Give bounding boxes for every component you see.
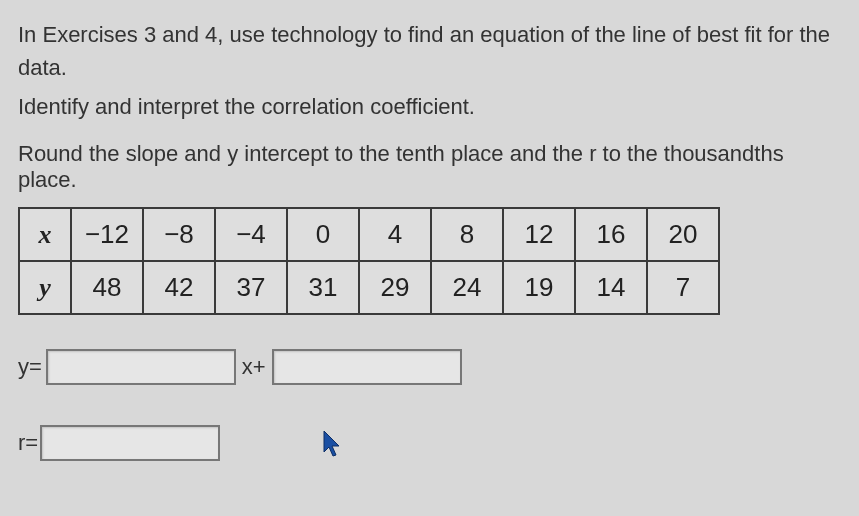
table-row-x: x −12 −8 −4 0 4 8 12 16 20 [19, 208, 719, 261]
y-equals-label: y= [18, 354, 42, 380]
cursor-icon [322, 430, 344, 458]
cell-x-6: 12 [503, 208, 575, 261]
intercept-input[interactable] [272, 349, 462, 385]
rounding-instruction: Round the slope and y intercept to the t… [18, 141, 847, 193]
data-table: x −12 −8 −4 0 4 8 12 16 20 y 48 42 37 31… [18, 207, 720, 315]
cell-x-0: −12 [71, 208, 143, 261]
slope-input[interactable] [46, 349, 236, 385]
cell-y-2: 37 [215, 261, 287, 314]
cell-y-4: 29 [359, 261, 431, 314]
r-equals-label: r= [18, 430, 38, 456]
cell-y-7: 14 [575, 261, 647, 314]
x-plus-label: x+ [242, 354, 266, 380]
cell-x-8: 20 [647, 208, 719, 261]
instruction-line-1: In Exercises 3 and 4, use technology to … [18, 18, 847, 84]
cell-x-3: 0 [287, 208, 359, 261]
cell-y-3: 31 [287, 261, 359, 314]
instruction-line-2: Identify and interpret the correlation c… [18, 90, 847, 123]
cell-x-2: −4 [215, 208, 287, 261]
cell-x-1: −8 [143, 208, 215, 261]
table-row-y: y 48 42 37 31 29 24 19 14 7 [19, 261, 719, 314]
correlation-row: r= [18, 425, 847, 461]
cell-y-8: 7 [647, 261, 719, 314]
cell-y-5: 24 [431, 261, 503, 314]
exercise-instructions: In Exercises 3 and 4, use technology to … [18, 18, 847, 123]
cell-x-5: 8 [431, 208, 503, 261]
row-label-x: x [19, 208, 71, 261]
cell-y-6: 19 [503, 261, 575, 314]
r-input[interactable] [40, 425, 220, 461]
cell-y-1: 42 [143, 261, 215, 314]
cell-x-4: 4 [359, 208, 431, 261]
cell-x-7: 16 [575, 208, 647, 261]
row-label-y: y [19, 261, 71, 314]
equation-row: y= x+ [18, 349, 847, 385]
cell-y-0: 48 [71, 261, 143, 314]
